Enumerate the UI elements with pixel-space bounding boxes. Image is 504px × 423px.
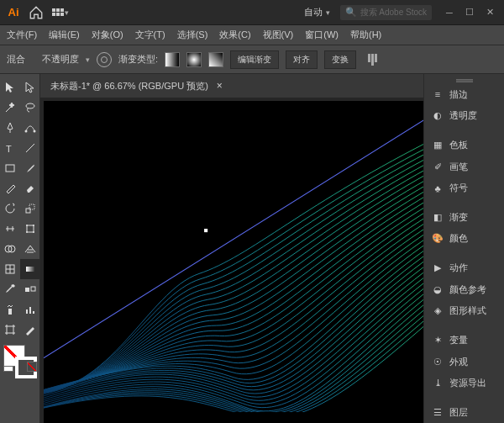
svg-line-24 xyxy=(44,109,423,368)
lasso-tool[interactable] xyxy=(20,98,40,118)
radial-grad-icon[interactable] xyxy=(186,52,202,67)
magic-wand-tool[interactable] xyxy=(0,98,20,118)
menu-select[interactable]: 选择(S) xyxy=(177,29,208,41)
panel-transparency[interactable]: ◐透明度 xyxy=(424,105,504,126)
free-transform-tool[interactable] xyxy=(20,219,40,239)
svg-rect-5 xyxy=(6,165,14,172)
panel-brushes[interactable]: ✐画笔 xyxy=(424,156,504,177)
menu-effect[interactable]: 效果(C) xyxy=(219,29,250,41)
panel-appearance[interactable]: ☉外观 xyxy=(424,351,504,372)
panel-layers[interactable]: ☰图层 xyxy=(424,402,504,423)
panels-dock: ≡描边 ◐透明度 ▦色板 ✐画笔 ♣符号 ◧渐变 🎨颜色 ▶动作 ◒颜色参考 ◈… xyxy=(423,74,504,423)
grad-type-label: 渐变类型: xyxy=(118,53,158,66)
align-button[interactable]: 对齐 xyxy=(286,50,318,69)
menu-window[interactable]: 窗口(W) xyxy=(305,29,339,41)
color-icon: 🎨 xyxy=(431,232,444,246)
panel-symbols[interactable]: ♣符号 xyxy=(424,177,504,198)
line-tool[interactable] xyxy=(20,138,40,158)
panel-color-guide[interactable]: ◒颜色参考 xyxy=(424,279,504,300)
appearance-icon: ☉ xyxy=(431,355,444,368)
pen-tool[interactable] xyxy=(0,118,20,138)
menu-file[interactable]: 文件(F) xyxy=(7,29,37,41)
scale-tool[interactable] xyxy=(20,198,40,219)
home-icon[interactable] xyxy=(29,5,44,20)
paintbrush-tool[interactable] xyxy=(20,158,40,178)
layers-icon: ☰ xyxy=(431,405,444,419)
panel-graphic-styles[interactable]: ◈图形样式 xyxy=(424,300,504,321)
eraser-tool[interactable] xyxy=(20,178,40,198)
edit-gradient-button[interactable]: 编辑渐变 xyxy=(230,50,279,69)
menu-view[interactable]: 视图(V) xyxy=(263,29,294,41)
blend-tool[interactable] xyxy=(20,279,40,299)
width-tool[interactable] xyxy=(0,219,20,239)
panel-swatches[interactable]: ▦色板 xyxy=(424,135,504,156)
menu-object[interactable]: 对象(O) xyxy=(92,29,123,41)
transparency-icon: ◐ xyxy=(431,109,444,123)
close-button[interactable]: ✕ xyxy=(480,5,499,20)
svg-line-4 xyxy=(26,144,34,152)
transform-button[interactable]: 变换 xyxy=(324,50,356,69)
search-icon: 🔍 xyxy=(345,7,357,18)
graphic-styles-icon: ◈ xyxy=(431,304,444,318)
artboard-tool[interactable] xyxy=(0,320,20,340)
svg-point-0 xyxy=(26,103,34,108)
svg-rect-18 xyxy=(31,287,35,291)
svg-point-10 xyxy=(33,225,34,226)
menu-edit[interactable]: 编辑(E) xyxy=(49,29,80,41)
svg-rect-21 xyxy=(29,307,31,314)
svg-point-9 xyxy=(26,225,28,226)
rotate-tool[interactable] xyxy=(0,198,20,219)
symbol-sprayer-tool[interactable] xyxy=(0,299,20,320)
arrange-docs-icon[interactable]: ▾ xyxy=(52,5,72,20)
tools-panel: T xyxy=(0,74,40,423)
panel-actions[interactable]: ▶动作 xyxy=(424,257,504,278)
selection-tool[interactable] xyxy=(0,77,20,98)
none-mode-icon[interactable] xyxy=(27,362,37,372)
mesh-tool[interactable] xyxy=(0,259,20,279)
minimize-button[interactable]: ─ xyxy=(440,5,459,20)
stock-search[interactable]: 🔍 搜索 Adobe Stock xyxy=(340,5,432,20)
menu-help[interactable]: 帮助(H) xyxy=(350,29,381,41)
align-icons[interactable] xyxy=(368,54,377,66)
svg-point-2 xyxy=(34,130,36,133)
svg-rect-19 xyxy=(8,309,12,315)
svg-rect-16 xyxy=(26,267,34,272)
symbols-icon: ♣ xyxy=(431,182,444,195)
panel-grip[interactable] xyxy=(424,77,504,84)
slice-tool[interactable] xyxy=(20,320,40,340)
panel-color[interactable]: 🎨颜色 xyxy=(424,228,504,249)
brushes-icon: ✐ xyxy=(431,160,444,173)
close-tab-button[interactable]: × xyxy=(217,80,223,92)
search-placeholder: 搜索 Adobe Stock xyxy=(360,7,427,19)
rectangle-tool[interactable] xyxy=(0,158,20,178)
panel-stroke[interactable]: ≡描边 xyxy=(424,84,504,105)
menu-type[interactable]: 文字(T) xyxy=(135,29,165,41)
svg-rect-17 xyxy=(25,288,29,292)
maximize-button[interactable]: ☐ xyxy=(460,5,479,20)
opacity-label: 不透明度 xyxy=(42,53,79,66)
panel-asset-export[interactable]: ⤓资源导出 xyxy=(424,373,504,394)
canvas[interactable] xyxy=(44,101,423,423)
direct-selection-tool[interactable] xyxy=(20,77,40,98)
panel-gradient[interactable]: ◧渐变 xyxy=(424,207,504,228)
style-target-icon[interactable] xyxy=(97,52,112,67)
column-graph-tool[interactable] xyxy=(20,299,40,320)
svg-point-11 xyxy=(26,231,28,233)
variables-icon: ✶ xyxy=(431,334,444,347)
type-tool[interactable]: T xyxy=(0,138,20,158)
document-tab[interactable]: 未标题-1* @ 66.67% (RGB/GPU 预览) × xyxy=(40,74,423,98)
freeform-grad-icon[interactable] xyxy=(208,52,223,67)
shaper-tool[interactable] xyxy=(0,178,20,198)
shape-builder-tool[interactable] xyxy=(0,239,20,259)
opacity-dropdown[interactable]: ▾ xyxy=(86,56,90,64)
perspective-grid-tool[interactable] xyxy=(20,239,40,259)
eyedropper-tool[interactable] xyxy=(0,279,20,299)
linear-grad-icon[interactable] xyxy=(165,52,180,67)
svg-rect-8 xyxy=(27,225,34,232)
gradient-tool[interactable] xyxy=(20,259,40,279)
panel-variables[interactable]: ✶变量 xyxy=(424,330,504,351)
blend-label: 混合 xyxy=(7,53,25,66)
curvature-tool[interactable] xyxy=(20,118,40,138)
workspace-switcher[interactable]: 自动 ▾ xyxy=(304,6,329,19)
svg-rect-25 xyxy=(204,229,207,232)
